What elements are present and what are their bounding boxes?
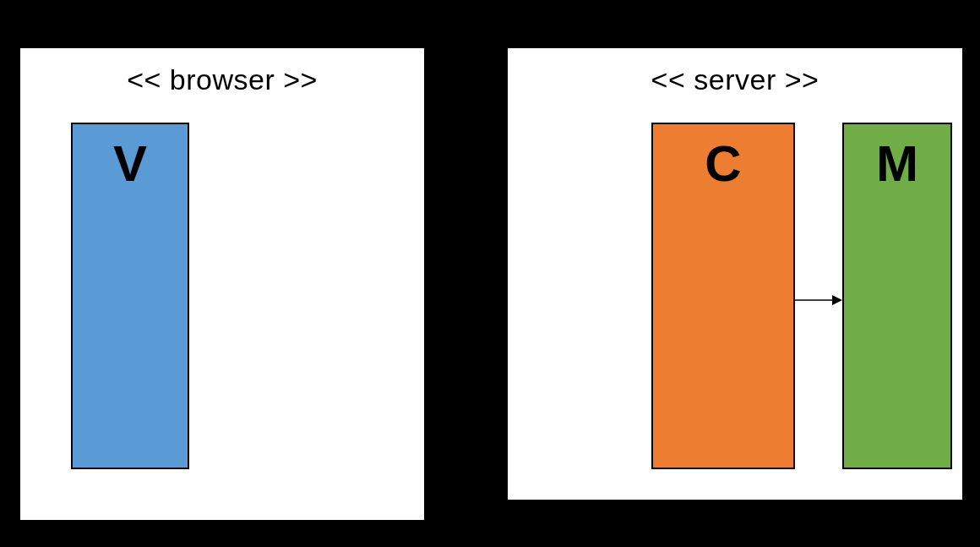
- browser-panel-title: << browser >>: [20, 48, 424, 96]
- server-panel: << server >> C M: [507, 47, 963, 501]
- model-box: M: [842, 123, 952, 469]
- browser-panel: << browser >> V: [19, 47, 425, 521]
- controller-box-label: C: [705, 135, 741, 192]
- view-box-label: V: [113, 135, 147, 192]
- svg-marker-1: [832, 295, 842, 305]
- model-box-label: M: [876, 135, 918, 192]
- server-panel-title: << server >>: [508, 48, 962, 96]
- controller-to-model-arrow-icon: [795, 292, 842, 309]
- view-box: V: [71, 123, 189, 469]
- controller-box: C: [651, 123, 795, 469]
